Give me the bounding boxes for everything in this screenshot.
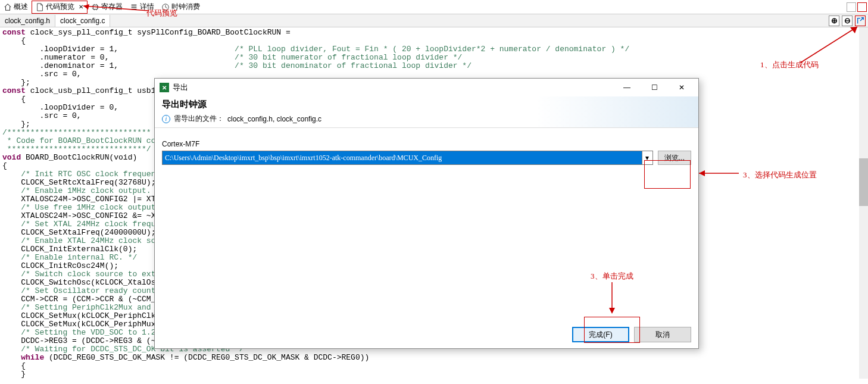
clock-icon xyxy=(161,3,170,11)
toolbar-label: 时钟消费 xyxy=(171,2,200,12)
minimize-icon[interactable]: — xyxy=(615,79,639,96)
dialog-header: 导出时钟源 i 需导出的文件： clock_config.h, clock_co… xyxy=(155,96,698,128)
toolbar-overview[interactable]: 概述 xyxy=(0,1,32,14)
info-label: 需导出的文件： xyxy=(174,114,224,124)
toolbar-label: 详情 xyxy=(140,2,154,12)
export-app-icon: ✕ xyxy=(160,83,169,92)
main-toolbar: 概述 代码预览 ✕ 寄存器 详情 时钟消费 xyxy=(0,0,868,14)
close-icon[interactable]: ✕ xyxy=(670,79,694,96)
close-icon[interactable]: ✕ xyxy=(79,4,83,10)
list-icon xyxy=(130,3,138,11)
chevron-down-icon[interactable]: ▾ xyxy=(642,151,652,164)
zoom-out-icon[interactable]: ⊖ xyxy=(842,15,853,26)
dialog-titlebar[interactable]: ✕ 导出 — ☐ ✕ xyxy=(155,79,698,96)
info-icon: i xyxy=(162,115,170,123)
tab-clock-config-h[interactable]: clock_config.h xyxy=(0,15,55,27)
dialog-heading: 导出时钟源 xyxy=(162,99,691,110)
vertical-scrollbar[interactable] xyxy=(859,27,868,379)
dialog-title: 导出 xyxy=(173,82,611,93)
toolbar-details[interactable]: 详情 xyxy=(126,1,158,14)
export-dialog: ✕ 导出 — ☐ ✕ 导出时钟源 i 需导出的文件： clock_config.… xyxy=(154,78,699,349)
file-icon xyxy=(36,3,44,11)
file-tabs: clock_config.h clock_config.c ⊕ ⊖ xyxy=(0,14,868,27)
toolbar-label: 寄存器 xyxy=(101,2,123,12)
window-corner-controls xyxy=(847,2,868,12)
path-value: C:\Users\Admin\Desktop\imxrt_bsp\bsp\imx… xyxy=(165,154,442,163)
finish-button[interactable]: 完成(F) xyxy=(572,327,629,342)
path-input[interactable]: C:\Users\Admin\Desktop\imxrt_bsp\bsp\imx… xyxy=(162,151,653,165)
minimize-panel-icon[interactable] xyxy=(847,2,856,12)
toolbar-label: 代码预览 xyxy=(46,2,74,12)
maximize-panel-icon[interactable] xyxy=(857,2,867,12)
maximize-icon[interactable]: ☐ xyxy=(642,79,666,96)
toolbar-clock[interactable]: 时钟消费 xyxy=(158,1,204,14)
home-icon xyxy=(4,3,12,11)
cancel-button[interactable]: 取消 xyxy=(634,327,691,342)
zoom-in-icon[interactable]: ⊕ xyxy=(829,15,839,26)
toolbar-code-preview[interactable]: 代码预览 ✕ xyxy=(32,1,88,14)
tab-clock-config-c[interactable]: clock_config.c xyxy=(55,15,110,27)
path-field-label: Cortex-M7F xyxy=(162,140,691,148)
browse-button[interactable]: 浏览... xyxy=(658,151,691,165)
chip-icon xyxy=(91,3,99,11)
export-icon[interactable] xyxy=(855,15,866,26)
toolbar-label: 概述 xyxy=(14,2,28,12)
toolbar-register[interactable]: 寄存器 xyxy=(88,1,126,14)
info-files: clock_config.h, clock_config.c xyxy=(227,115,321,123)
svg-rect-0 xyxy=(93,5,98,9)
